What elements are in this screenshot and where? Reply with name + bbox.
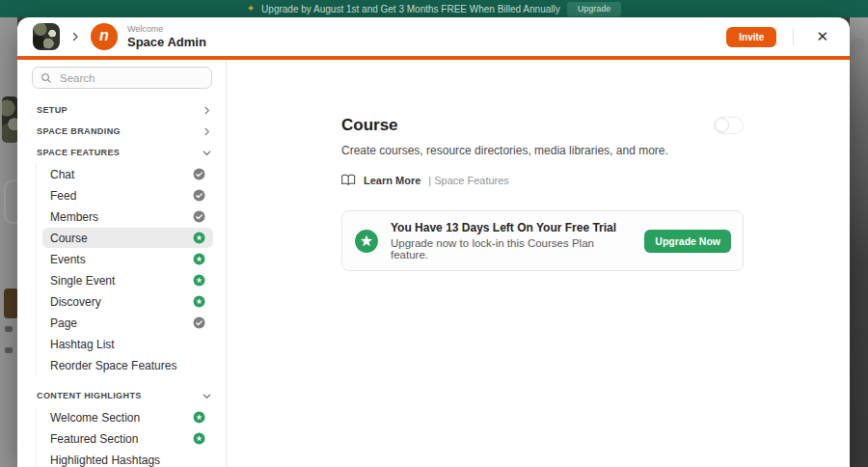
item-label: Chat xyxy=(50,168,74,181)
sidebar-item-highlighted-hashtags[interactable]: Highlighted Hashtags xyxy=(42,450,213,467)
sidebar-item-feed[interactable]: Feed xyxy=(42,185,213,206)
sidebar-item-chat[interactable]: Chat xyxy=(42,164,213,184)
background-mark xyxy=(5,326,13,332)
comet-icon: ✦ xyxy=(247,4,255,14)
item-label: Feed xyxy=(50,189,76,203)
item-label: Members xyxy=(50,210,98,224)
section-label: SETUP xyxy=(37,105,68,115)
sidebar-item-members[interactable]: Members xyxy=(42,206,213,227)
sidebar-section-space-features[interactable]: SPACE FEATURES xyxy=(17,142,226,163)
background-profile-circle xyxy=(850,39,867,56)
sidebar-item-discovery[interactable]: Discovery xyxy=(42,291,213,312)
modal-body: SETUPSPACE BRANDINGSPACE FEATURESChatFee… xyxy=(17,60,850,467)
learn-more-label: Learn More xyxy=(364,175,420,186)
section-items: Welcome SectionFeatured SectionHighlight… xyxy=(36,407,226,467)
search-icon xyxy=(41,72,52,84)
chevron-right-icon xyxy=(69,31,81,42)
search-box[interactable] xyxy=(32,67,212,89)
sidebar-item-hashtag-list[interactable]: Hashtag List xyxy=(42,334,213,354)
screen: ✦ Upgrade by August 1st and Get 3 Months… xyxy=(0,0,868,467)
background-avatar xyxy=(2,96,18,143)
item-label: Featured Section xyxy=(50,432,138,446)
search-input[interactable] xyxy=(58,71,203,85)
invite-button[interactable]: Invite xyxy=(726,27,776,47)
background-app-left xyxy=(0,17,17,467)
item-label: Reorder Space Features xyxy=(50,359,176,372)
chevron-down-icon xyxy=(202,148,212,158)
item-label: Page xyxy=(50,316,77,330)
course-title: Course xyxy=(341,116,398,135)
admin-sidebar: SETUPSPACE BRANDINGSPACE FEATURESChatFee… xyxy=(17,60,227,467)
background-app-right xyxy=(850,17,868,467)
item-label: Course xyxy=(50,232,88,245)
item-label: Welcome Section xyxy=(50,411,140,425)
chevron-right-icon xyxy=(202,126,212,137)
section-items: ChatFeedMembersCourseEventsSingle EventD… xyxy=(36,164,226,375)
course-description: Create courses, resource directories, me… xyxy=(341,144,744,157)
sidebar-section-setup[interactable]: SETUP xyxy=(17,99,226,121)
sidebar-item-featured-section[interactable]: Featured Section xyxy=(42,428,213,449)
learn-more-link[interactable]: Learn More | Space Features xyxy=(341,174,744,186)
trial-card-title: You Have 13 Days Left On Your Free Trial xyxy=(391,221,633,234)
feature-star-icon xyxy=(193,253,205,265)
close-icon[interactable]: ✕ xyxy=(810,26,834,47)
section-label: SPACE BRANDING xyxy=(37,126,121,136)
free-trial-card: You Have 13 Days Left On Your Free Trial… xyxy=(341,210,744,271)
learn-more-context: | Space Features xyxy=(428,175,509,186)
upgrade-banner: ✦ Upgrade by August 1st and Get 3 Months… xyxy=(0,0,868,17)
banner-text: Upgrade by August 1st and Get 3 Months F… xyxy=(261,4,560,14)
background-mark xyxy=(5,347,13,353)
section-label: CONTENT HIGHLIGHTS xyxy=(37,391,142,400)
space-admin-modal: n Welcome Space Admin Invite ✕ SETUPSPAC… xyxy=(17,17,850,467)
item-label: Discovery xyxy=(50,295,101,309)
course-settings-panel: Course Create courses, resource director… xyxy=(227,60,850,467)
item-label: Hashtag List xyxy=(50,338,115,351)
item-label: Events xyxy=(50,253,86,266)
feature-star-icon xyxy=(193,232,205,244)
page-title: Space Admin xyxy=(127,35,206,50)
feature-check-icon xyxy=(193,168,205,180)
feature-check-icon xyxy=(193,210,205,223)
header-titles: Welcome Space Admin xyxy=(127,24,206,49)
feature-star-icon xyxy=(193,432,205,445)
sidebar-item-events[interactable]: Events xyxy=(42,249,213,269)
space-avatar[interactable] xyxy=(33,23,60,50)
toggle-knob xyxy=(715,118,729,132)
item-label: Highlighted Hashtags xyxy=(50,453,160,467)
chevron-right-icon xyxy=(202,105,212,116)
trial-card-texts: You Have 13 Days Left On Your Free Trial… xyxy=(391,221,633,261)
sidebar-section-space-branding[interactable]: SPACE BRANDING xyxy=(17,121,226,142)
header-divider xyxy=(793,28,794,45)
course-toggle[interactable] xyxy=(714,117,744,134)
sidebar-section-content-highlights[interactable]: CONTENT HIGHLIGHTS xyxy=(17,385,226,406)
feature-check-icon xyxy=(193,189,205,202)
sidebar-item-course[interactable]: Course xyxy=(42,228,213,248)
network-logo-icon[interactable]: n xyxy=(91,23,118,50)
chevron-down-icon xyxy=(202,391,212,401)
section-label: SPACE FEATURES xyxy=(37,148,120,157)
sidebar-item-welcome-section[interactable]: Welcome Section xyxy=(42,407,213,427)
trial-card-subtitle: Upgrade now to lock-in this Courses Plan… xyxy=(391,237,633,261)
feature-star-icon xyxy=(193,274,205,287)
modal-header: n Welcome Space Admin Invite ✕ xyxy=(17,17,850,56)
sidebar-item-single-event[interactable]: Single Event xyxy=(42,270,213,290)
feature-star-icon xyxy=(193,295,205,308)
logo-glyph: n xyxy=(99,28,109,43)
welcome-label: Welcome xyxy=(127,24,206,35)
sidebar-item-page[interactable]: Page xyxy=(42,313,213,333)
item-label: Single Event xyxy=(50,274,115,288)
feature-check-icon xyxy=(193,316,205,329)
book-icon xyxy=(341,174,356,186)
sidebar-item-reorder-space-features[interactable]: Reorder Space Features xyxy=(42,355,213,375)
background-list-item xyxy=(4,288,18,318)
sidebar-nav: SETUPSPACE BRANDINGSPACE FEATURESChatFee… xyxy=(17,99,226,467)
feature-star-icon xyxy=(193,411,205,424)
trial-star-icon xyxy=(354,229,379,254)
banner-upgrade-button[interactable]: Upgrade xyxy=(567,2,622,16)
upgrade-now-button[interactable]: Upgrade Now xyxy=(644,230,731,253)
